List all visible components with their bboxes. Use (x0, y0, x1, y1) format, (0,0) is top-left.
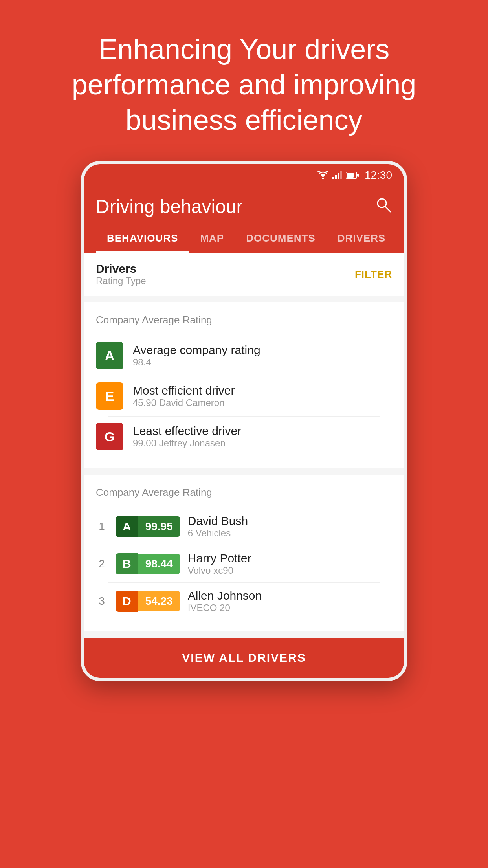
wifi-icon (317, 171, 328, 179)
rating-item-avg: A Average company rating 98.4 (96, 336, 392, 376)
filter-sublabel: Rating Type (96, 275, 146, 286)
rank-badge-score-1: 99.95 (138, 516, 180, 537)
rank-badge-letter-2: B (116, 553, 138, 574)
search-button[interactable] (375, 196, 392, 217)
app-title: Driving behaviour (96, 196, 243, 217)
rating-badge-g: G (96, 423, 123, 450)
rank-item-text-2: Harry Potter Volvo xc90 (188, 552, 251, 576)
rank-number-2: 2 (96, 558, 108, 570)
ranked-item-2: 2 B 98.44 Harry Potter Volvo xc90 (96, 545, 392, 582)
rank-item-name-2: Harry Potter (188, 552, 251, 565)
tab-behaviours[interactable]: BEHAVIOURS (96, 225, 189, 253)
ranked-item-3: 3 D 54.23 Allen Johnson IVECO 20 (96, 583, 392, 620)
rank-badge-score-3: 54.23 (138, 591, 180, 611)
rating-item-title-least: Least effective driver (133, 424, 241, 438)
ranked-drivers-card: Company Average Rating 1 A 99.95 David B… (84, 475, 404, 631)
tab-bar: BEHAVIOURS MAP DOCUMENTS DRIVERS (96, 225, 392, 253)
svg-rect-2 (332, 177, 334, 179)
rating-item-text-efficient: Most efficient driver 45.90 David Camero… (133, 384, 235, 408)
svg-rect-5 (340, 171, 342, 179)
svg-rect-7 (347, 173, 354, 178)
status-time: 12:30 (365, 169, 392, 182)
company-summary-label: Company Average Rating (96, 314, 392, 326)
view-all-drivers-button[interactable]: VIEW ALL DRIVERS (84, 638, 404, 678)
ranked-item-1: 1 A 99.95 David Bush 6 Vehicles (96, 508, 392, 545)
rank-item-name-3: Allen Johnson (188, 589, 262, 602)
rating-item-title-avg: Average company rating (133, 343, 261, 357)
svg-line-10 (385, 207, 391, 212)
rating-item-sub-least: 99.00 Jeffrey Jonasen (133, 438, 241, 449)
svg-point-1 (322, 178, 324, 180)
rank-badge-letter-3: D (116, 591, 138, 612)
phone-mockup: 12:30 Driving behaviour BEHAVIOURS MAP D… (81, 161, 407, 681)
rating-item-efficient: E Most efficient driver 45.90 David Came… (96, 376, 392, 416)
svg-point-9 (378, 199, 386, 207)
app-header: Driving behaviour BEHAVIOURS MAP DOCUMEN… (84, 186, 404, 253)
ranked-drivers-label: Company Average Rating (96, 486, 392, 499)
rating-badge-a: A (96, 342, 123, 369)
battery-icon (346, 172, 359, 179)
rank-item-name-1: David Bush (188, 514, 248, 528)
hero-text: Enhancing Your drivers performance and i… (0, 0, 488, 161)
rank-item-sub-3: IVECO 20 (188, 602, 262, 613)
rank-badge-1: A 99.95 (116, 516, 180, 537)
rating-item-least: G Least effective driver 99.00 Jeffrey J… (96, 417, 392, 457)
svg-rect-4 (338, 173, 339, 179)
svg-rect-8 (357, 174, 359, 177)
status-icons (317, 171, 359, 179)
filter-bar-left: Drivers Rating Type (96, 262, 146, 286)
rank-item-text-1: David Bush 6 Vehicles (188, 514, 248, 539)
filter-bar: Drivers Rating Type FILTER (84, 253, 404, 296)
tab-documents[interactable]: DOCUMENTS (235, 225, 327, 253)
rank-number-1: 1 (96, 520, 108, 533)
filter-button[interactable]: FILTER (355, 268, 392, 281)
signal-icon (332, 171, 342, 179)
rating-item-text-avg: Average company rating 98.4 (133, 343, 261, 368)
rating-item-sub-avg: 98.4 (133, 357, 261, 368)
rank-item-sub-2: Volvo xc90 (188, 565, 251, 576)
rating-item-sub-efficient: 45.90 David Cameron (133, 397, 235, 408)
rating-item-text-least: Least effective driver 99.00 Jeffrey Jon… (133, 424, 241, 449)
svg-marker-0 (321, 174, 325, 178)
tab-map[interactable]: MAP (189, 225, 235, 253)
app-header-top: Driving behaviour (96, 196, 392, 225)
svg-rect-3 (335, 175, 337, 179)
rating-item-title-efficient: Most efficient driver (133, 384, 235, 397)
hero-section: Enhancing Your drivers performance and i… (0, 0, 488, 161)
rating-badge-e: E (96, 382, 123, 410)
company-summary-card: Company Average Rating A Average company… (84, 302, 404, 468)
rank-badge-letter-1: A (116, 516, 138, 537)
rank-badge-score-2: 98.44 (138, 554, 180, 574)
filter-label: Drivers (96, 262, 146, 275)
rank-badge-2: B 98.44 (116, 553, 180, 574)
rank-number-3: 3 (96, 595, 108, 607)
content-area: Drivers Rating Type FILTER Company Avera… (84, 253, 404, 678)
rank-item-sub-1: 6 Vehicles (188, 528, 248, 539)
rank-badge-3: D 54.23 (116, 591, 180, 612)
rank-item-text-3: Allen Johnson IVECO 20 (188, 589, 262, 613)
tab-drivers[interactable]: DRIVERS (327, 225, 397, 253)
status-bar: 12:30 (84, 164, 404, 186)
